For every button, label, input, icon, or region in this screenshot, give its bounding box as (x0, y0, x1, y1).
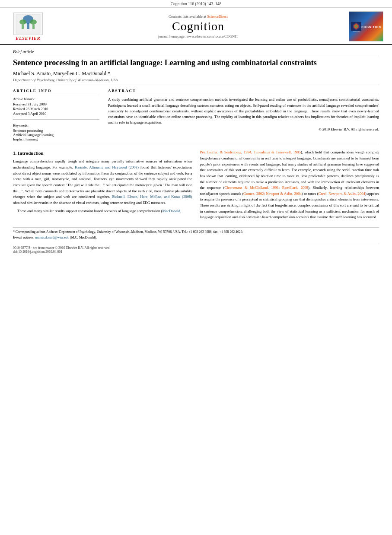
article-type: Brief article (13, 49, 379, 56)
keywords-label: Keywords: (13, 123, 99, 127)
cognition-logo-svg: COGNITION (351, 13, 361, 40)
journal-center: Contents lists available at ScienceDirec… (48, 14, 349, 38)
doi-text: doi:10.1016/j.cognition.2010.04.001 (13, 250, 379, 254)
svg-rect-6 (32, 25, 35, 29)
sciencedirect-prefix: Contents lists available at (169, 14, 206, 19)
keyword-1: Sentence processing (13, 128, 99, 133)
article-info-header: ARTICLE INFO (13, 89, 99, 94)
footnote-email: E-mail address: mcmacdonald@wisc.edu (M.… (13, 236, 379, 240)
macdonald-ref: MacDonald, (162, 209, 181, 213)
license-text: 0010-0277/$ - see front matter © 2010 El… (13, 246, 379, 250)
cognition-logo: COGNITION COGNITION (349, 11, 383, 41)
article-history: Article history: Received 31 July 2009 R… (13, 97, 99, 116)
section-number: 1. (13, 150, 16, 156)
creel-ref: Creel, Newport, & Aslin, 2004 (318, 191, 365, 196)
journal-title: Cognition (48, 19, 349, 33)
section-title: 1. Introduction (13, 150, 192, 157)
keyword-2: Artificial language learning (13, 133, 99, 137)
article-title: Sentence processing in an artificial lan… (13, 58, 379, 68)
page: Cognition 116 (2010) 143–148 ELSEVIER (0, 0, 392, 535)
revised-date: Revised 26 March 2010 (13, 107, 99, 111)
footer-section: * Corresponding author. Address: Departm… (13, 227, 379, 240)
elsevier-logo-box (13, 13, 43, 35)
copyright: © 2010 Elsevier B.V. All rights reserved… (108, 127, 379, 131)
journal-homepage: journal homepage: www.elsevier.com/locat… (48, 34, 349, 38)
citation-bar: Cognition 116 (2010) 143–148 (0, 0, 392, 8)
abstract-header: ABSTRACT (108, 89, 379, 94)
bicknell-ref: Bicknell, Elman, Hare, McRae, and Kutas … (112, 194, 192, 199)
keywords-section: Keywords: Sentence processing Artificial… (13, 123, 99, 141)
svg-rect-5 (22, 25, 24, 29)
bottom-bar: 0010-0277/$ - see front matter © 2010 El… (13, 244, 379, 254)
elsevier-text: ELSEVIER (16, 36, 41, 41)
cleeremans-ref: Cleeremans & McClelland, 1991; Remillard… (224, 185, 308, 190)
svg-point-3 (19, 19, 26, 25)
body-two-col: 1. Introduction Language comprehenders r… (13, 150, 379, 223)
elsevier-logo: ELSEVIER (9, 13, 48, 41)
received-date: Received 31 July 2009 (13, 102, 99, 106)
article-meta-row: ARTICLE INFO Article history: Received 3… (13, 89, 379, 145)
footnote-corresponding: * Corresponding author. Address: Departm… (13, 230, 379, 235)
svg-text:COGNITION: COGNITION (353, 31, 360, 32)
svg-rect-2 (27, 23, 29, 29)
history-label: Article history: (13, 97, 99, 101)
email-link[interactable]: mcmacdonald@wisc.edu (35, 236, 69, 239)
abstract-text: A study combining artificial grammar and… (108, 97, 379, 125)
accepted-date: Accepted 3 April 2010 (13, 111, 99, 116)
svg-point-4 (30, 19, 37, 25)
kamide-ref: Kamide, Altmann, and Haywood (2003) (75, 165, 139, 169)
cognition-logo-text: COGNITION (361, 25, 381, 29)
article-info-col: ARTICLE INFO Article history: Received 3… (13, 89, 99, 141)
intro-para2: These and many similar results support c… (13, 208, 192, 214)
citation-text: Cognition 116 (2010) 143–148 (171, 2, 222, 6)
body-col-left: 1. Introduction Language comprehenders r… (13, 150, 192, 223)
authors: Michael S. Amato, Maryellen C. MacDonald… (13, 70, 379, 77)
gomez-ref: Gomez, 2002; Newport & Aslin, 2004 (243, 191, 302, 196)
sciencedirect-link[interactable]: ScienceDirect (207, 14, 228, 19)
pearlmutter-ref: Pearlmutter, & Seidenberg, 1994; Tanenha… (200, 150, 301, 154)
intro-para1: Language comprehenders rapidly weigh and… (13, 159, 192, 206)
elsevier-logo-svg (15, 13, 41, 34)
main-content: Brief article Sentence processing in an … (0, 45, 392, 258)
col2-para1: Pearlmutter, & Seidenberg, 1994; Tanenha… (200, 150, 379, 220)
section-title-text: Introduction (18, 150, 44, 156)
author-names: Michael S. Amato, Maryellen C. MacDonald… (13, 70, 110, 76)
journal-header: ELSEVIER Contents lists available at Sci… (0, 8, 392, 45)
affiliation: Department of Psychology, University of … (13, 78, 379, 85)
abstract-col: ABSTRACT A study combining artificial gr… (108, 89, 379, 141)
keyword-3: Implicit learning (13, 137, 99, 141)
sciencedirect-line: Contents lists available at ScienceDirec… (48, 14, 349, 19)
body-col-right: Pearlmutter, & Seidenberg, 1994; Tanenha… (200, 150, 379, 223)
keywords-divider (13, 119, 99, 120)
